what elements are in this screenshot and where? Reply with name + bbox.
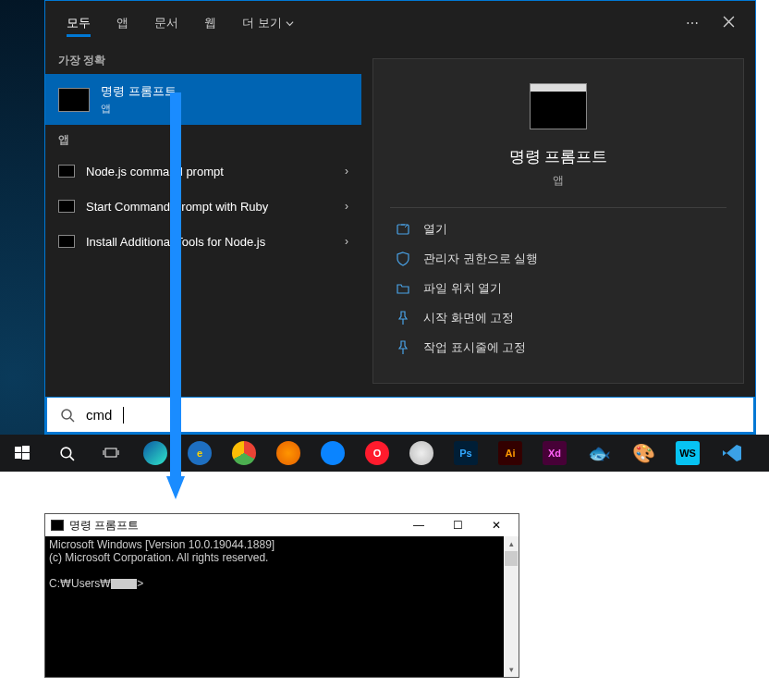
cmd-icon — [58, 165, 75, 178]
more-options-button[interactable]: ⋯ — [675, 8, 710, 38]
taskbar-app-fish[interactable]: 🐟 — [577, 435, 621, 472]
svg-rect-5 — [22, 453, 30, 460]
app-result[interactable]: Node.js command prompt › — [45, 154, 361, 189]
preview-pane-wrap: 명령 프롬프트 앱 열기 관리자 권한으로 실행 파일 위치 열기 — [361, 45, 755, 397]
vscode-icon — [720, 441, 744, 465]
cmd-prompt-prefix: C:₩Users₩ — [49, 577, 111, 590]
svg-rect-7 — [105, 448, 116, 457]
start-search-panel: 모두 앱 문서 웹 더 보기 ⋯ 가장 정확 명령 프롬프트 앱 앱 — [44, 0, 756, 435]
cmd-titlebar[interactable]: 명령 프롬프트 — ☐ ✕ — [45, 514, 519, 536]
action-label: 작업 표시줄에 고정 — [423, 339, 526, 356]
app-result[interactable]: Start Command Prompt with Ruby › — [45, 189, 361, 224]
best-match-title: 명령 프롬프트 — [101, 83, 348, 100]
cmd-line: (c) Microsoft Corporation. All rights re… — [49, 551, 268, 564]
taskbar-app-safari[interactable] — [399, 435, 444, 472]
preview-actions: 열기 관리자 권한으로 실행 파일 위치 열기 시작 화면에 고정 — [390, 221, 726, 356]
action-label: 파일 위치 열기 — [423, 280, 502, 297]
section-apps: 앱 — [45, 125, 361, 154]
taskbar-app-chrome[interactable] — [222, 435, 266, 472]
scroll-down-button[interactable]: ▾ — [504, 662, 519, 677]
results-pane: 가장 정확 명령 프롬프트 앱 앱 Node.js command prompt… — [45, 45, 361, 397]
cmd-prompt-suffix: > — [137, 577, 143, 590]
cmd-title: 명령 프롬프트 — [69, 518, 139, 534]
tab-docs[interactable]: 문서 — [142, 4, 190, 43]
action-open[interactable]: 열기 — [396, 221, 726, 238]
task-view-button[interactable] — [89, 435, 133, 472]
figma-icon: 🎨 — [631, 441, 655, 465]
cmd-icon — [51, 520, 64, 531]
webstorm-icon: WS — [676, 441, 700, 465]
preview-title: 명령 프롬프트 — [390, 146, 726, 167]
taskbar-app-webstorm[interactable]: WS — [665, 435, 710, 472]
cmd-window: 명령 프롬프트 — ☐ ✕ Microsoft Windows [Version… — [44, 513, 519, 678]
photoshop-icon: Ps — [454, 441, 478, 465]
pin-icon — [396, 311, 410, 325]
svg-rect-2 — [15, 447, 21, 452]
svg-rect-4 — [15, 453, 21, 459]
open-icon — [396, 222, 410, 237]
svg-rect-3 — [22, 446, 30, 452]
best-match-subtitle: 앱 — [101, 102, 348, 116]
taskbar-search-button[interactable] — [44, 435, 89, 472]
best-match-result[interactable]: 명령 프롬프트 앱 — [45, 74, 361, 125]
action-open-location[interactable]: 파일 위치 열기 — [396, 280, 726, 297]
preview-subtitle: 앱 — [390, 173, 726, 189]
search-bar[interactable]: cmd — [45, 397, 755, 434]
app-result-label: Install Additional Tools for Node.js — [86, 235, 334, 249]
pin-icon — [396, 340, 410, 355]
search-icon — [59, 446, 75, 461]
safari-icon — [409, 441, 433, 465]
cmd-icon — [58, 200, 75, 213]
svg-point-6 — [61, 448, 71, 458]
preview-app-icon — [530, 83, 587, 129]
ie-icon: e — [188, 441, 212, 465]
taskbar-app-photoshop[interactable]: Ps — [444, 435, 488, 472]
chevron-right-icon: › — [345, 235, 348, 248]
tab-more-label: 더 보기 — [242, 15, 282, 31]
section-best-match: 가장 정확 — [45, 45, 361, 74]
svg-point-1 — [62, 410, 71, 419]
tab-apps[interactable]: 앱 — [104, 4, 140, 43]
taskbar: eOPsAiXd🐟🎨WS — [0, 435, 769, 472]
divider — [390, 207, 726, 208]
tab-more[interactable]: 더 보기 — [230, 4, 306, 43]
taskbar-app-firefox[interactable] — [266, 435, 311, 472]
task-view-icon — [103, 445, 119, 461]
search-tabs: 모두 앱 문서 웹 더 보기 ⋯ — [45, 1, 755, 45]
maximize-button[interactable]: ☐ — [441, 519, 474, 532]
taskbar-app-vscode[interactable] — [710, 435, 754, 472]
search-icon — [60, 408, 75, 423]
app-result-label: Node.js command prompt — [86, 165, 334, 178]
search-input[interactable]: cmd — [86, 407, 112, 423]
taskbar-app-thunderbird[interactable] — [311, 435, 355, 472]
action-label: 열기 — [423, 221, 447, 238]
action-pin-start[interactable]: 시작 화면에 고정 — [396, 310, 726, 326]
action-run-admin[interactable]: 관리자 권한으로 실행 — [396, 251, 726, 267]
taskbar-app-opera[interactable]: O — [355, 435, 399, 472]
illustrator-icon: Ai — [498, 441, 522, 465]
scrollbar[interactable]: ▴ ▾ — [504, 536, 519, 677]
annotation-arrow — [166, 92, 185, 499]
close-button[interactable]: ✕ — [480, 519, 513, 532]
close-button[interactable] — [712, 8, 746, 38]
xd-icon: Xd — [543, 441, 567, 465]
taskbar-app-illustrator[interactable]: Ai — [488, 435, 532, 472]
start-button[interactable] — [0, 435, 44, 472]
thunderbird-icon — [321, 441, 345, 465]
chrome-icon — [232, 441, 256, 465]
cmd-output[interactable]: Microsoft Windows [Version 10.0.19044.18… — [45, 536, 519, 677]
taskbar-app-figma[interactable]: 🎨 — [621, 435, 665, 472]
action-pin-taskbar[interactable]: 작업 표시줄에 고정 — [396, 339, 726, 356]
folder-icon — [396, 281, 410, 296]
taskbar-app-xd[interactable]: Xd — [532, 435, 577, 472]
scroll-up-button[interactable]: ▴ — [504, 536, 519, 551]
action-label: 관리자 권한으로 실행 — [423, 251, 538, 267]
close-icon — [723, 16, 735, 28]
edge-icon — [143, 441, 167, 465]
tab-all[interactable]: 모두 — [55, 4, 103, 43]
minimize-button[interactable]: — — [402, 519, 435, 532]
tab-web[interactable]: 웹 — [192, 4, 228, 43]
chevron-right-icon: › — [345, 165, 348, 178]
app-result[interactable]: Install Additional Tools for Node.js › — [45, 224, 361, 259]
preview-pane: 명령 프롬프트 앱 열기 관리자 권한으로 실행 파일 위치 열기 — [372, 58, 744, 384]
